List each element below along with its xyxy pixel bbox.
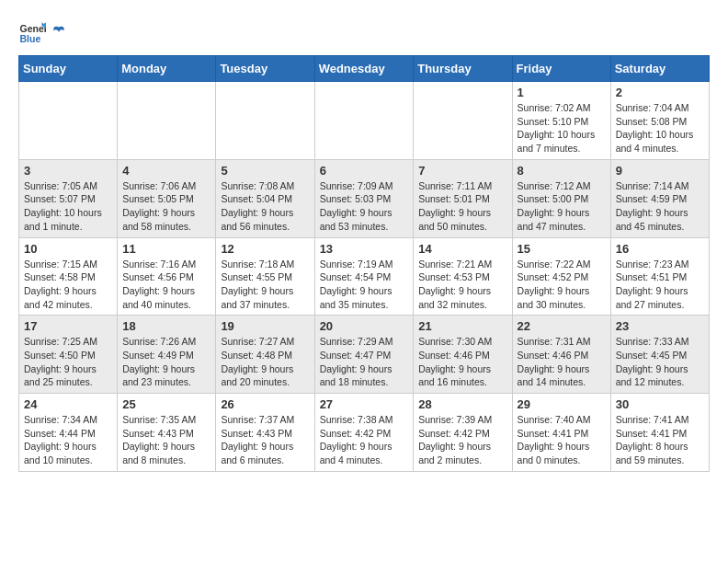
calendar-day-cell: 30Sunrise: 7:41 AM Sunset: 4:41 PM Dayli… [610,394,709,472]
calendar-day-cell [314,82,414,160]
calendar-day-cell: 28Sunrise: 7:39 AM Sunset: 4:42 PM Dayli… [414,394,512,472]
calendar-day-cell: 14Sunrise: 7:21 AM Sunset: 4:53 PM Dayli… [414,237,512,316]
calendar-week-row: 3Sunrise: 7:05 AM Sunset: 5:07 PM Daylig… [19,159,710,237]
day-info: Sunrise: 7:41 AM Sunset: 4:41 PM Dayligh… [616,413,704,467]
calendar-day-cell: 12Sunrise: 7:18 AM Sunset: 4:55 PM Dayli… [216,237,314,316]
day-number: 4 [122,164,210,178]
calendar-day-cell: 29Sunrise: 7:40 AM Sunset: 4:41 PM Dayli… [512,394,610,472]
day-info: Sunrise: 7:38 AM Sunset: 4:42 PM Dayligh… [320,413,409,467]
day-info: Sunrise: 7:02 AM Sunset: 5:10 PM Dayligh… [518,101,606,155]
day-info: Sunrise: 7:05 AM Sunset: 5:07 PM Dayligh… [24,179,112,234]
calendar-day-cell: 7Sunrise: 7:11 AM Sunset: 5:01 PM Daylig… [414,159,512,237]
calendar-day-cell: 1Sunrise: 7:02 AM Sunset: 5:10 PM Daylig… [512,82,610,160]
day-number: 27 [320,397,409,411]
day-info: Sunrise: 7:15 AM Sunset: 4:58 PM Dayligh… [24,258,112,312]
day-number: 8 [518,164,606,178]
calendar-day-cell: 21Sunrise: 7:30 AM Sunset: 4:46 PM Dayli… [414,316,512,394]
calendar-day-cell [19,82,118,160]
page-header: General Blue [18,18,710,46]
calendar-day-cell: 17Sunrise: 7:25 AM Sunset: 4:50 PM Dayli… [19,316,118,394]
calendar-day-cell: 11Sunrise: 7:16 AM Sunset: 4:56 PM Dayli… [118,237,216,316]
day-info: Sunrise: 7:40 AM Sunset: 4:41 PM Dayligh… [518,413,606,467]
day-number: 18 [122,319,210,333]
day-info: Sunrise: 7:19 AM Sunset: 4:54 PM Dayligh… [320,258,409,312]
day-number: 24 [24,397,112,411]
svg-text:Blue: Blue [20,33,41,44]
calendar-header-row: SundayMondayTuesdayWednesdayThursdayFrid… [19,56,710,82]
weekday-header: Wednesday [314,56,414,82]
calendar-day-cell: 25Sunrise: 7:35 AM Sunset: 4:43 PM Dayli… [118,394,216,472]
calendar-week-row: 1Sunrise: 7:02 AM Sunset: 5:10 PM Daylig… [19,82,710,160]
calendar-day-cell: 24Sunrise: 7:34 AM Sunset: 4:44 PM Dayli… [19,394,118,472]
calendar-day-cell: 2Sunrise: 7:04 AM Sunset: 5:08 PM Daylig… [610,82,709,160]
day-info: Sunrise: 7:34 AM Sunset: 4:44 PM Dayligh… [24,413,112,467]
weekday-header: Sunday [19,56,118,82]
calendar-day-cell [216,82,314,160]
calendar-day-cell: 23Sunrise: 7:33 AM Sunset: 4:45 PM Dayli… [610,316,709,394]
calendar-week-row: 17Sunrise: 7:25 AM Sunset: 4:50 PM Dayli… [19,316,710,394]
day-number: 10 [24,242,112,256]
day-number: 14 [418,242,506,256]
day-info: Sunrise: 7:23 AM Sunset: 4:51 PM Dayligh… [616,258,704,312]
day-number: 9 [616,164,704,178]
day-number: 12 [221,242,309,256]
day-info: Sunrise: 7:12 AM Sunset: 5:00 PM Dayligh… [518,179,606,234]
logo-icon: General Blue [18,18,46,46]
day-number: 26 [221,397,309,411]
day-number: 19 [221,319,309,333]
calendar-day-cell: 6Sunrise: 7:09 AM Sunset: 5:03 PM Daylig… [314,159,414,237]
calendar-day-cell: 8Sunrise: 7:12 AM Sunset: 5:00 PM Daylig… [512,159,610,237]
day-number: 15 [518,242,606,256]
calendar-week-row: 24Sunrise: 7:34 AM Sunset: 4:44 PM Dayli… [19,394,710,472]
day-info: Sunrise: 7:11 AM Sunset: 5:01 PM Dayligh… [418,179,506,234]
calendar-day-cell [414,82,512,160]
calendar-week-row: 10Sunrise: 7:15 AM Sunset: 4:58 PM Dayli… [19,237,710,316]
day-number: 3 [24,164,112,178]
weekday-header: Tuesday [216,56,314,82]
day-info: Sunrise: 7:31 AM Sunset: 4:46 PM Dayligh… [518,335,606,389]
day-info: Sunrise: 7:30 AM Sunset: 4:46 PM Dayligh… [418,335,506,389]
day-info: Sunrise: 7:21 AM Sunset: 4:53 PM Dayligh… [418,258,506,312]
day-number: 28 [418,397,506,411]
day-info: Sunrise: 7:14 AM Sunset: 4:59 PM Dayligh… [616,179,704,234]
day-info: Sunrise: 7:33 AM Sunset: 4:45 PM Dayligh… [616,335,704,389]
day-number: 11 [122,242,210,256]
weekday-header: Friday [512,56,610,82]
calendar-table: SundayMondayTuesdayWednesdayThursdayFrid… [18,55,710,472]
day-number: 20 [320,319,409,333]
calendar-day-cell: 4Sunrise: 7:06 AM Sunset: 5:05 PM Daylig… [118,159,216,237]
weekday-header: Monday [118,56,216,82]
logo-bird-icon [51,24,67,40]
day-info: Sunrise: 7:09 AM Sunset: 5:03 PM Dayligh… [320,179,409,234]
day-info: Sunrise: 7:04 AM Sunset: 5:08 PM Dayligh… [616,101,704,155]
day-number: 23 [616,319,704,333]
calendar-day-cell: 26Sunrise: 7:37 AM Sunset: 4:43 PM Dayli… [216,394,314,472]
calendar-day-cell: 5Sunrise: 7:08 AM Sunset: 5:04 PM Daylig… [216,159,314,237]
day-info: Sunrise: 7:35 AM Sunset: 4:43 PM Dayligh… [122,413,210,467]
day-info: Sunrise: 7:18 AM Sunset: 4:55 PM Dayligh… [221,258,309,312]
day-number: 16 [616,242,704,256]
calendar-day-cell: 27Sunrise: 7:38 AM Sunset: 4:42 PM Dayli… [314,394,414,472]
calendar-day-cell: 16Sunrise: 7:23 AM Sunset: 4:51 PM Dayli… [610,237,709,316]
day-info: Sunrise: 7:06 AM Sunset: 5:05 PM Dayligh… [122,179,210,234]
calendar-day-cell: 13Sunrise: 7:19 AM Sunset: 4:54 PM Dayli… [314,237,414,316]
day-number: 13 [320,242,409,256]
calendar-day-cell: 9Sunrise: 7:14 AM Sunset: 4:59 PM Daylig… [610,159,709,237]
day-number: 17 [24,319,112,333]
day-info: Sunrise: 7:39 AM Sunset: 4:42 PM Dayligh… [418,413,506,467]
weekday-header: Saturday [610,56,709,82]
calendar-day-cell: 3Sunrise: 7:05 AM Sunset: 5:07 PM Daylig… [19,159,118,237]
day-info: Sunrise: 7:26 AM Sunset: 4:49 PM Dayligh… [122,335,210,389]
day-number: 21 [418,319,506,333]
day-info: Sunrise: 7:37 AM Sunset: 4:43 PM Dayligh… [221,413,309,467]
logo: General Blue [18,18,68,46]
day-number: 5 [221,164,309,178]
day-number: 22 [518,319,606,333]
calendar-day-cell: 19Sunrise: 7:27 AM Sunset: 4:48 PM Dayli… [216,316,314,394]
day-info: Sunrise: 7:08 AM Sunset: 5:04 PM Dayligh… [221,179,309,234]
calendar-day-cell: 22Sunrise: 7:31 AM Sunset: 4:46 PM Dayli… [512,316,610,394]
day-number: 25 [122,397,210,411]
calendar-day-cell [118,82,216,160]
calendar-day-cell: 18Sunrise: 7:26 AM Sunset: 4:49 PM Dayli… [118,316,216,394]
day-number: 30 [616,397,704,411]
